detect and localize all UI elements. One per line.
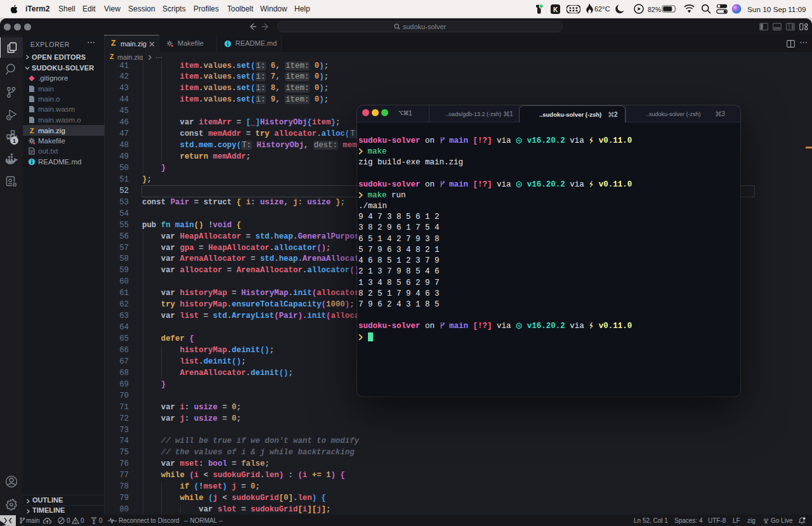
svg-text:K: K bbox=[553, 6, 558, 13]
